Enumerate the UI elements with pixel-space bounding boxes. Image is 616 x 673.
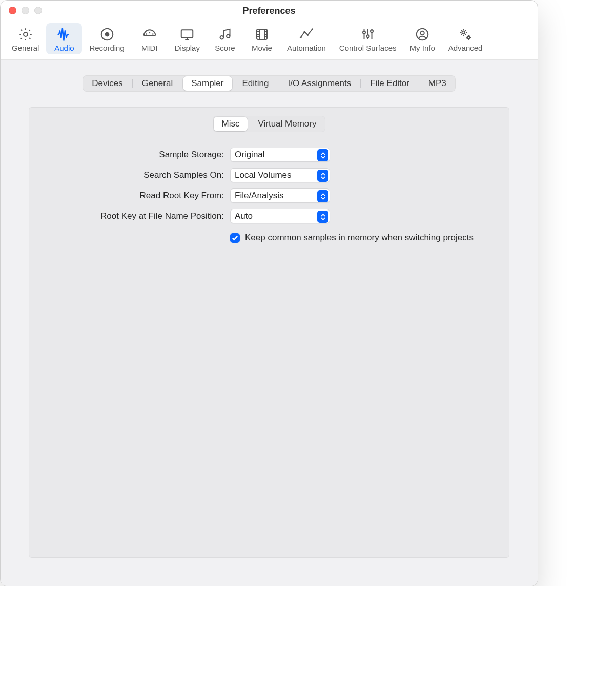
svg-point-10 bbox=[300, 37, 302, 39]
minimize-button[interactable] bbox=[22, 7, 29, 14]
stepper-arrows-icon bbox=[317, 170, 328, 182]
toolbar-item-my-info[interactable]: My Info bbox=[404, 23, 441, 54]
tab-sampler[interactable]: Sampler bbox=[183, 76, 232, 91]
midi-port-icon bbox=[142, 26, 157, 43]
select-read-root-key-from[interactable]: File/Analysis bbox=[230, 188, 330, 203]
tab-mp3[interactable]: MP3 bbox=[419, 75, 456, 92]
toolbar-label: Audio bbox=[54, 44, 74, 52]
svg-rect-6 bbox=[181, 30, 193, 37]
svg-point-19 bbox=[462, 31, 465, 34]
zoom-button[interactable] bbox=[34, 7, 42, 14]
toolbar-label: Automation bbox=[287, 44, 326, 52]
select-root-key-position[interactable]: Auto bbox=[230, 209, 330, 223]
display-icon bbox=[179, 26, 195, 43]
row-read-root-key-from: Read Root Key From: File/Analysis bbox=[75, 188, 330, 203]
toolbar-item-movie[interactable]: Movie bbox=[244, 23, 280, 54]
label-sample-storage: Sample Storage: bbox=[75, 150, 224, 160]
toolbar-label: Score bbox=[215, 44, 235, 52]
svg-point-4 bbox=[149, 32, 151, 34]
row-root-key-position: Root Key at File Name Position: Auto bbox=[75, 209, 330, 223]
select-sample-storage[interactable]: Original bbox=[230, 148, 330, 162]
svg-point-16 bbox=[371, 30, 373, 32]
row-keep-common-samples: Keep common samples in memory when switc… bbox=[75, 233, 474, 243]
label-root-key-position: Root Key at File Name Position: bbox=[75, 211, 224, 221]
tab-editing[interactable]: Editing bbox=[233, 75, 278, 92]
label-keep-common-samples: Keep common samples in memory when switc… bbox=[245, 233, 474, 243]
waveform-icon bbox=[56, 26, 72, 43]
sampler-panel: Misc Virtual Memory Sample Storage: Orig… bbox=[29, 107, 509, 558]
tab-io-assignments[interactable]: I/O Assignments bbox=[278, 75, 360, 92]
svg-point-15 bbox=[366, 35, 369, 37]
select-value: Auto bbox=[235, 211, 253, 221]
titlebar: Preferences bbox=[1, 1, 538, 21]
toolbar-label: My Info bbox=[410, 44, 435, 52]
sampler-subtabs: Misc Virtual Memory bbox=[213, 116, 326, 132]
select-search-samples-on[interactable]: Local Volumes bbox=[230, 168, 330, 182]
select-value: File/Analysis bbox=[235, 191, 283, 201]
toolbar-item-general[interactable]: General bbox=[6, 23, 45, 54]
window-title: Preferences bbox=[242, 6, 295, 16]
subtab-misc[interactable]: Misc bbox=[214, 117, 248, 131]
stepper-arrows-icon bbox=[317, 211, 328, 223]
svg-point-20 bbox=[467, 36, 470, 39]
toolbar-item-audio[interactable]: Audio bbox=[46, 23, 82, 54]
person-circle-icon bbox=[415, 26, 430, 43]
svg-point-2 bbox=[105, 32, 109, 37]
toolbar-item-display[interactable]: Display bbox=[169, 23, 206, 54]
svg-point-0 bbox=[24, 32, 28, 36]
row-search-samples-on: Search Samples On: Local Volumes bbox=[75, 168, 330, 182]
music-notes-icon bbox=[217, 26, 233, 43]
toolbar-label: Control Surfaces bbox=[339, 44, 397, 52]
toolbar-label: General bbox=[12, 44, 39, 52]
toolbar-label: Movie bbox=[252, 44, 272, 52]
sampler-misc-form: Sample Storage: Original Search Samples … bbox=[45, 148, 494, 243]
audio-prefs-tabs: Devices General Sampler Editing I/O Assi… bbox=[83, 75, 456, 92]
film-icon bbox=[254, 26, 270, 43]
gear-icon bbox=[18, 26, 33, 43]
svg-point-11 bbox=[303, 31, 305, 33]
tab-file-editor[interactable]: File Editor bbox=[361, 75, 419, 92]
toolbar-item-recording[interactable]: Recording bbox=[83, 23, 130, 54]
svg-point-3 bbox=[146, 33, 147, 35]
label-search-samples-on: Search Samples On: bbox=[75, 170, 224, 180]
select-value: Original bbox=[235, 150, 265, 160]
close-button[interactable] bbox=[9, 7, 16, 14]
tab-general[interactable]: General bbox=[133, 75, 182, 92]
toolbar: General Audio Recording MIDI Display bbox=[1, 21, 538, 60]
select-value: Local Volumes bbox=[235, 170, 292, 180]
toolbar-label: MIDI bbox=[141, 44, 158, 52]
tab-devices[interactable]: Devices bbox=[83, 75, 132, 92]
stepper-arrows-icon bbox=[317, 149, 328, 161]
toolbar-item-automation[interactable]: Automation bbox=[281, 23, 332, 54]
toolbar-label: Display bbox=[175, 44, 200, 52]
svg-point-12 bbox=[307, 34, 309, 36]
gears-icon bbox=[458, 26, 473, 43]
toolbar-label: Advanced bbox=[448, 44, 483, 52]
svg-point-13 bbox=[311, 28, 313, 30]
automation-curve-icon bbox=[299, 26, 314, 43]
svg-point-14 bbox=[363, 31, 365, 34]
record-icon bbox=[99, 26, 115, 43]
svg-point-18 bbox=[420, 31, 424, 35]
content-area: Devices General Sampler Editing I/O Assi… bbox=[1, 60, 538, 586]
svg-point-5 bbox=[152, 33, 154, 35]
toolbar-item-midi[interactable]: MIDI bbox=[132, 23, 168, 54]
subtab-virtual-memory[interactable]: Virtual Memory bbox=[249, 116, 325, 132]
preferences-window: Preferences General Audio Recording bbox=[0, 0, 538, 586]
window-controls bbox=[9, 7, 42, 14]
toolbar-item-control-surfaces[interactable]: Control Surfaces bbox=[333, 23, 403, 54]
sliders-icon bbox=[360, 26, 376, 43]
label-read-root-key-from: Read Root Key From: bbox=[75, 191, 224, 201]
stepper-arrows-icon bbox=[317, 190, 328, 202]
toolbar-item-advanced[interactable]: Advanced bbox=[442, 23, 489, 54]
toolbar-item-score[interactable]: Score bbox=[207, 23, 243, 54]
toolbar-label: Recording bbox=[89, 44, 124, 52]
checkbox-keep-common-samples[interactable] bbox=[230, 233, 240, 243]
row-sample-storage: Sample Storage: Original bbox=[75, 148, 330, 162]
